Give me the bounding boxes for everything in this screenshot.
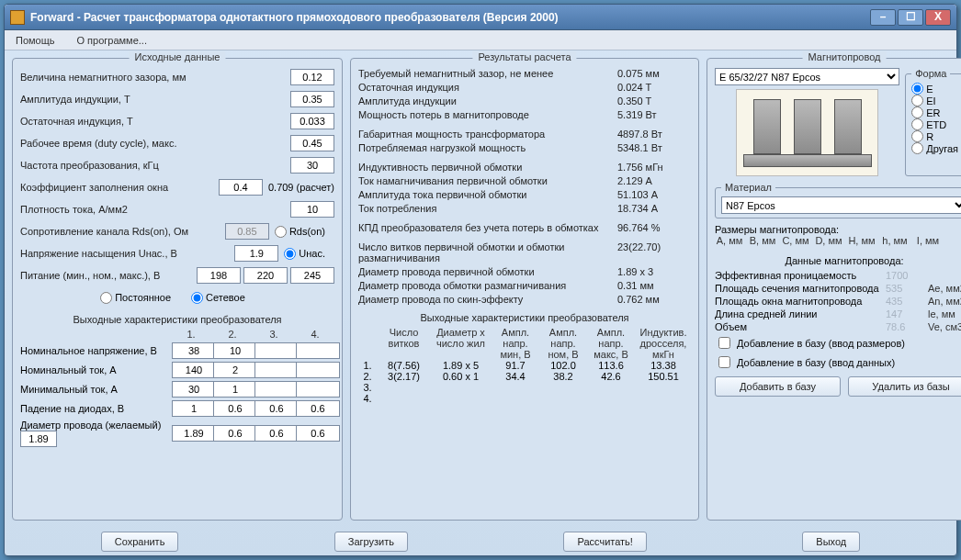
rds-input[interactable] <box>225 223 269 240</box>
imin-4[interactable] <box>296 381 340 398</box>
shape-ETD[interactable]: ETD <box>911 118 958 130</box>
table-row: 4. <box>358 393 691 404</box>
panel-core: Магнитопровод E 65/32/27 N87 Epcos <box>707 58 961 521</box>
output-grid: 1. 2. 3. 4. Номинальное напряжение, В Но… <box>20 329 334 447</box>
shape-ER[interactable]: ER <box>911 106 958 118</box>
mag-data-title: Данные магнитопровода: <box>715 255 961 266</box>
chk-add-dims[interactable] <box>718 337 730 349</box>
core-image <box>736 89 878 176</box>
dwire-3[interactable] <box>254 425 299 442</box>
vdrop-3[interactable] <box>254 400 299 417</box>
maximize-button[interactable]: ☐ <box>898 9 923 26</box>
inom-4[interactable] <box>296 362 340 378</box>
app-window: Forward - Расчет трансформатора однотакт… <box>4 4 957 556</box>
inom-2[interactable] <box>213 362 257 378</box>
vdrop-label: Падение на диодах, В <box>20 403 169 414</box>
supply-max[interactable] <box>290 267 334 284</box>
panel-core-title: Магнитопровод <box>803 51 887 62</box>
shape-R[interactable]: R <box>911 130 958 142</box>
shape-E[interactable]: E <box>911 83 958 95</box>
usat-radio[interactable]: Uнас. <box>284 248 325 260</box>
inom-3[interactable] <box>254 362 299 378</box>
window-title: Forward - Расчет трансформатора однотакт… <box>30 11 868 24</box>
rds-label: Сопротивление канала Rds(on), Ом <box>20 226 225 237</box>
menu-help[interactable]: Помощь <box>12 33 59 48</box>
minimize-button[interactable]: – <box>870 9 896 26</box>
unom-1[interactable] <box>172 342 216 359</box>
dims-labels: A, ммB, ммC, ммD, ммH, ммh, ммI, мм <box>715 235 961 246</box>
brem-input[interactable] <box>290 113 334 129</box>
supply-nom[interactable] <box>243 267 288 284</box>
save-button[interactable]: Сохранить <box>101 532 179 552</box>
vdrop-1[interactable] <box>172 400 216 417</box>
dwire-4[interactable] <box>296 425 340 442</box>
inom-1[interactable] <box>172 362 216 378</box>
add-db-button[interactable]: Добавить в базу <box>715 376 841 397</box>
freq-input[interactable] <box>290 157 334 174</box>
table-row: 2.3(2.17)0.60 x 134.438.242.6150.51 <box>358 371 691 382</box>
shape-Другая[interactable]: Другая <box>911 142 958 154</box>
imin-2[interactable] <box>213 381 257 398</box>
dc-radio[interactable]: Постоянное <box>100 292 171 304</box>
supply-min[interactable] <box>197 267 241 284</box>
gap-label: Величина немагнитного зазора, мм <box>20 72 290 83</box>
material-fieldset: Материал N87 Epcos <box>715 182 961 218</box>
brem-label: Остаточная индукция, Т <box>20 116 290 127</box>
rds-radio[interactable]: Rds(on) <box>275 226 325 238</box>
dwire-main[interactable] <box>20 431 57 447</box>
supply-label: Питание (мин., ном., макс.), В <box>20 270 197 281</box>
unom-4[interactable] <box>296 342 340 359</box>
close-button[interactable]: X <box>925 9 951 26</box>
exit-button[interactable]: Выход <box>802 532 860 552</box>
content: Исходные данные Величина немагнитного за… <box>5 50 956 528</box>
kfill-calc: 0.709 (расчет) <box>268 182 334 193</box>
dwire-2[interactable] <box>213 425 257 442</box>
bamp-label: Амплитуда индукции, Т <box>20 94 290 105</box>
jdens-input[interactable] <box>290 201 334 218</box>
dwire-label: Диаметр провода (желаемый) <box>20 420 169 447</box>
load-button[interactable]: Загрузить <box>334 532 408 552</box>
core-select[interactable]: E 65/32/27 N87 Epcos <box>715 68 899 85</box>
titlebar: Forward - Расчет трансформатора однотакт… <box>5 5 956 30</box>
duty-input[interactable] <box>290 135 334 151</box>
kfill-input[interactable] <box>219 179 263 196</box>
vdrop-4[interactable] <box>296 400 340 417</box>
dims-title: Размеры магнитопровода: <box>715 224 961 235</box>
unom-3[interactable] <box>254 342 299 359</box>
unom-label: Номинальное напряжение, В <box>20 345 169 356</box>
duty-label: Рабочее время (duty cycle), макс. <box>20 138 290 149</box>
material-select[interactable]: N87 Epcos <box>721 196 961 214</box>
calc-button[interactable]: Рассчитать! <box>563 532 646 552</box>
table-row: 3. <box>358 382 691 393</box>
unom-2[interactable] <box>213 342 257 359</box>
usat-input[interactable] <box>234 245 278 262</box>
panel-results: Результаты расчета Требуемый немагнитный… <box>350 58 699 521</box>
menu-about[interactable]: О программе... <box>73 33 151 48</box>
shape-fieldset: Форма EEIERETDRДругая <box>905 68 961 176</box>
menubar: Помощь О программе... <box>5 30 956 50</box>
table-row: 1.8(7.56)1.89 x 591.7102.0113.613.38 <box>358 360 691 371</box>
panel-input: Исходные данные Величина немагнитного за… <box>12 58 343 521</box>
vdrop-2[interactable] <box>213 400 257 417</box>
kfill-label: Коэффициент заполнения окна <box>20 182 219 193</box>
jdens-label: Плотность тока, А/мм2 <box>20 204 290 215</box>
inom-label: Номинальный ток, А <box>20 364 169 375</box>
chk-add-data[interactable] <box>718 356 730 368</box>
shape-EI[interactable]: EI <box>911 95 958 106</box>
bamp-input[interactable] <box>290 91 334 107</box>
panel-results-title: Результаты расчета <box>472 51 576 62</box>
del-db-button[interactable]: Удалить из базы <box>848 376 961 397</box>
output-header: Выходные характеристики преобразователя <box>20 314 334 325</box>
imin-label: Минимальный ток, А <box>20 384 169 395</box>
gap-input[interactable] <box>290 69 334 85</box>
mag-data: Эффективная проницаемость1700 Площадь се… <box>715 270 961 332</box>
freq-label: Частота преобразования, кГц <box>20 160 290 171</box>
imin-3[interactable] <box>254 381 299 398</box>
app-icon <box>10 10 25 25</box>
ac-radio[interactable]: Сетевое <box>191 292 245 304</box>
bottom-buttons: Сохранить Загрузить Рассчитать! Выход <box>5 528 956 555</box>
dwire-1[interactable] <box>172 425 216 442</box>
imin-1[interactable] <box>172 381 216 398</box>
usat-label: Напряжение насыщения Uнас., В <box>20 248 234 259</box>
panel-input-title: Исходные данные <box>130 51 226 62</box>
